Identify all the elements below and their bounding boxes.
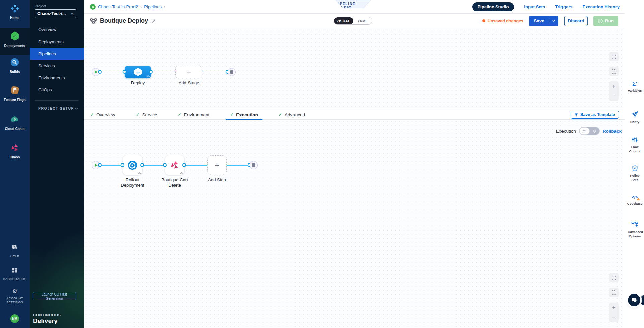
nav-chaos[interactable]: Chaos [0,143,30,160]
add-stage-label: Add Stage [174,80,204,86]
pipeline-end-node[interactable] [228,68,236,76]
divider [35,100,79,101]
sidebar-item-gitops[interactable]: GitOps [30,84,84,96]
execution-mode-label: Execution [556,129,576,134]
port [98,163,102,167]
nav-builds[interactable]: Builds [0,58,30,74]
step-node-boutique-cart-delete[interactable]: </> [165,155,184,175]
execution-graph-canvas[interactable]: Execution Rollback [84,120,625,328]
save-options-caret[interactable] [549,19,558,23]
sidebar-item-pipelines[interactable]: Pipelines [30,48,84,60]
rail-flow-control[interactable]: Flow Control [625,137,644,154]
save-as-template-button[interactable]: Save as Template [571,111,619,119]
port [140,163,144,167]
tab-overview[interactable]: ✓Overview [86,109,119,120]
nav-cloud-costs[interactable]: $ Cloud Costs [0,115,30,131]
rail-codebase[interactable]: </> Codebase [625,195,644,206]
step-node-rollout-deployment[interactable]: </> [123,155,142,175]
rail-policy-sets[interactable]: Policy Sets [625,165,644,182]
rollback-link[interactable]: Rollback [603,129,622,134]
execution-mode-segment[interactable] [579,127,590,135]
fullscreen-canvas-button[interactable] [609,273,619,282]
save-button[interactable]: Save [529,16,558,26]
chevron-down-icon [75,107,78,110]
nav-feature-flags[interactable]: Feature Flags [0,86,30,102]
sidebar-item-deployments[interactable]: Deployments [30,36,84,48]
rail-notify[interactable]: Notify [625,111,644,124]
step-label: Boutique Cart Delete [157,177,193,188]
edge [227,165,250,166]
stage-node-deploy[interactable]: ∞ </> [125,66,151,78]
rollback-arrow-icon [593,129,596,133]
discard-button[interactable]: Discard [564,16,588,26]
tab-service[interactable]: ✓Service [131,109,161,120]
play-icon [95,70,98,74]
sidebar-item-services[interactable]: Services [30,60,84,72]
rail-advanced-options[interactable]: Advanced Options [625,221,644,239]
pipeline-tools-rail: Σx Variables Notify Flow Control Policy … [625,0,644,328]
run-label: Run [605,18,614,23]
sidebar-item-label: Overview [38,27,56,32]
plus-icon: + [187,69,191,76]
edge [144,165,165,166]
stage-label: Deploy [125,80,151,86]
tab-input-sets[interactable]: Input Sets [524,4,545,9]
zoom-out-button[interactable]: − [609,91,619,101]
selection-icon [612,69,616,74]
launch-cd-first-gen-button[interactable]: Launch CD First Generation [33,292,76,300]
zoom-in-button[interactable]: + [609,81,619,91]
tab-environment[interactable]: ✓Environment [173,109,214,120]
nav-dashboards[interactable]: DASHBOARDS [0,267,30,281]
add-stage-button[interactable]: + [175,66,202,78]
policy-sets-icon [632,165,638,172]
expand-selector-icon: » [71,11,74,16]
visual-yaml-toggle[interactable]: VISUAL YAML [334,17,372,25]
advanced-options-icon [631,221,639,228]
stage-graph-canvas[interactable]: ∞ </> Deploy + Add Stage + − [84,28,625,109]
module-kicker: CONTINUOUS [33,313,61,317]
sidebar-item-environments[interactable]: Environments [30,72,84,84]
breadcrumb-project-link[interactable]: Chaos-Test-in-Prod2 [98,4,138,9]
rail-label: Advanced Options [627,230,643,239]
breadcrumb-pipelines-link[interactable]: Pipelines [144,4,162,9]
tab-label: Advanced [285,112,305,117]
tab-execution[interactable]: ✓Execution [226,109,262,120]
project-setup-toggle[interactable]: PROJECT SETUP [38,106,78,110]
execution-rollback-toggle[interactable] [579,127,600,135]
rollback-mode-segment[interactable] [590,127,599,135]
plus-icon: + [215,161,219,169]
play-icon [95,163,98,167]
tab-pipeline-studio[interactable]: Pipeline Studio [472,2,514,11]
nav-help[interactable]: ? HELP [0,244,30,258]
user-avatar[interactable]: NM [10,314,19,323]
toggle-visual[interactable]: VISUAL [334,17,353,24]
edit-pencil-icon[interactable] [151,18,156,23]
help-chat-fab[interactable]: ? [628,294,640,306]
tab-triggers[interactable]: Triggers [555,4,572,9]
toggle-yaml[interactable]: YAML [353,17,372,24]
zoom-out-button[interactable]: − [609,312,619,322]
nav-account-settings[interactable]: ⚙ ACCOUNT SETTINGS [0,289,30,304]
sidebar-item-label: Environments [38,75,65,80]
k8s-rollout-icon [127,160,138,170]
sidebar-item-overview[interactable]: Overview [30,23,84,36]
tab-advanced[interactable]: ✓Advanced [274,109,309,120]
nav-deployments[interactable]: ∞ Deployments [0,31,30,48]
port [163,163,167,167]
tab-label: Service [142,112,157,117]
tab-execution-history[interactable]: Execution History [582,4,620,9]
execution-end-node[interactable] [250,161,258,169]
fullscreen-canvas-button[interactable] [609,52,619,61]
zoom-in-button[interactable]: + [609,303,619,312]
svg-text:∞: ∞ [13,34,16,39]
rail-variables[interactable]: Σx Variables [625,81,644,93]
fit-to-screen-button[interactable] [609,288,619,297]
fit-to-screen-button[interactable] [609,67,619,76]
project-selector[interactable]: Chaos-Test-i... » [35,9,76,18]
add-step-button[interactable]: + [207,155,227,175]
port [98,70,102,74]
run-button-disabled[interactable]: Run [593,16,618,26]
nav-home[interactable]: Home [0,4,30,20]
side-fab-partial[interactable] [641,295,644,305]
nav-chaos-label: Chaos [10,155,20,160]
